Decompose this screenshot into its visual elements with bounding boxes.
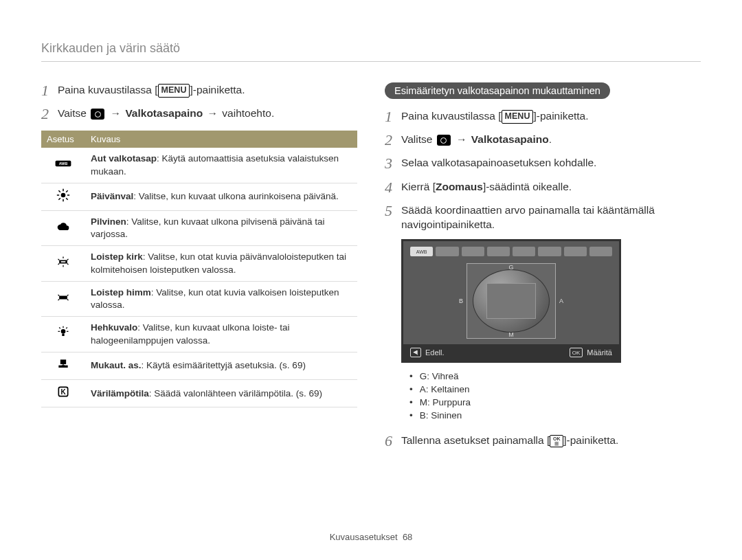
- row-title: Hehkuvalo: [91, 322, 137, 333]
- svg-rect-18: [61, 261, 66, 262]
- section-heading: Esimääritetyn valkotasapainon mukauttami…: [385, 82, 610, 99]
- axis-label-b: B: [459, 298, 463, 304]
- custom-icon: [54, 357, 73, 371]
- row-title: Värilämpötila: [91, 388, 149, 399]
- svg-line-30: [66, 327, 67, 328]
- svg-line-14: [58, 264, 60, 265]
- svg-line-12: [58, 259, 60, 260]
- row-desc: : Valitse, kun kuvaat ulkona aurinkoisen…: [133, 191, 338, 201]
- row-desc: : Säädä valonlähteen värilämpötila. (s. …: [149, 388, 322, 399]
- wb-adjust-box: G A M B: [466, 263, 556, 339]
- camera-icon: [437, 135, 451, 146]
- step-number: 2: [41, 106, 58, 122]
- menu-chip: MENU: [502, 110, 534, 124]
- svg-text:K: K: [60, 388, 66, 396]
- wb-chip: [513, 247, 535, 256]
- fluor-n-icon: [54, 291, 73, 304]
- svg-line-22: [58, 299, 60, 300]
- svg-line-13: [67, 259, 69, 260]
- wb-chip: [487, 247, 510, 256]
- row-title: Aut valkotasap: [91, 153, 157, 164]
- right-step-5: 5Säädä koordinaattien arvo painamalla ta…: [385, 203, 701, 232]
- row-title: Loistep kirk: [91, 251, 143, 262]
- table-row: Päivänval: Valitse, kun kuvaat ulkona au…: [41, 183, 357, 210]
- menu-chip: MENU: [158, 84, 190, 98]
- wb-chip: [462, 247, 484, 256]
- wb-icon-strip: AWB: [403, 241, 619, 260]
- camera-icon: [91, 109, 104, 120]
- sun-icon: [54, 188, 73, 202]
- ok-chip-icon: OK☰: [550, 435, 563, 447]
- svg-line-8: [66, 198, 68, 200]
- svg-marker-33: [62, 364, 65, 366]
- table-row: Hehkuvalo: Valitse, kun kuvaat ulkona lo…: [41, 317, 357, 352]
- axis-label-m: M: [508, 331, 514, 338]
- page-footer: Kuvausasetukset 68: [0, 532, 742, 542]
- svg-line-23: [67, 299, 69, 300]
- right-step-1: 1Paina kuvaustilassa [MENU]-painiketta.: [385, 109, 701, 125]
- table-row: Loistep kirk: Valitse, kun otat kuvia pä…: [41, 246, 357, 281]
- cloud-icon: [54, 220, 73, 234]
- row-desc: : Valitse, kun kuvaat ulkona pilvisenä p…: [91, 216, 324, 239]
- wb-chip: [436, 247, 458, 256]
- axis-label-a: A: [559, 298, 563, 304]
- left-step-2: 2 Vaitse → Valkotasapaino → vaihtoehto.: [41, 106, 357, 122]
- axis-label-g: G: [508, 264, 513, 271]
- step-number: 6: [385, 433, 401, 449]
- left-column: 1 Paina kuvaustilassa [MENU]-painiketta.…: [41, 82, 357, 456]
- awb-icon: AWB: [54, 157, 73, 170]
- fluor-w-icon: [54, 255, 73, 269]
- wb-chip: [564, 247, 587, 256]
- step-number: 4: [385, 179, 401, 196]
- wb-chip-awb: AWB: [410, 247, 433, 256]
- table-row: Mukaut. as.: Käytä esimääritettyjä asetu…: [41, 352, 357, 379]
- svg-line-29: [59, 327, 60, 328]
- legend-item: M: Purppura: [409, 396, 701, 409]
- left-step-1: 1 Paina kuvaustilassa [MENU]-painiketta.: [41, 82, 357, 99]
- step-number: 1: [41, 82, 58, 99]
- two-column-layout: 1 Paina kuvaustilassa [MENU]-painiketta.…: [41, 82, 701, 456]
- wb-chip: [538, 247, 561, 256]
- row-desc: : Käytä esimääritettyjä asetuksia. (s. 6…: [142, 360, 306, 370]
- svg-line-20: [58, 294, 60, 295]
- table-row: Pilvinen: Valitse, kun kuvaat ulkona pil…: [41, 211, 357, 246]
- svg-point-24: [61, 329, 66, 334]
- right-step-2: 2Valitse → Valkotasapaino.: [385, 132, 701, 148]
- right-column: Esimääritetyn valkotasapainon mukauttami…: [385, 82, 701, 456]
- right-step-4: 4Kierrä [Zoomaus]-säädintä oikealle.: [385, 179, 701, 196]
- svg-line-21: [67, 294, 69, 295]
- color-legend: G: Vihreä A: Keltainen M: Purppura B: Si…: [409, 370, 701, 422]
- svg-rect-31: [60, 359, 66, 364]
- table-header-desc: Kuvaus: [85, 131, 357, 148]
- camera-lcd-illustration: AWB G A M B: [401, 239, 621, 363]
- legend-item: A: Keltainen: [409, 383, 701, 396]
- svg-line-9: [58, 198, 60, 200]
- svg-text:AWB: AWB: [59, 161, 68, 166]
- svg-rect-19: [59, 295, 67, 299]
- step-number: 3: [385, 155, 401, 172]
- row-title: Pilvinen: [91, 216, 126, 227]
- svg-line-10: [66, 190, 68, 192]
- legend-item: B: Sininen: [409, 409, 701, 422]
- svg-rect-25: [62, 334, 64, 336]
- manual-page: Kirkkauden ja värin säätö 1 Paina kuvaus…: [0, 0, 742, 560]
- svg-line-7: [58, 190, 60, 192]
- right-step-3: 3Selaa valkotasapainoasetuksen kohdalle.: [385, 155, 701, 172]
- page-title: Kirkkauden ja värin säätö: [41, 41, 701, 62]
- svg-point-2: [61, 192, 66, 197]
- right-step-6: 6 Tallenna asetukset painamalla [OK☰]-pa…: [385, 433, 701, 449]
- back-hint: ⯇ Edell.: [410, 348, 445, 357]
- tungsten-icon: [54, 326, 73, 339]
- svg-line-15: [67, 264, 69, 265]
- white-balance-table: Asetus Kuvaus AWBAut valkotasap: Käytä a…: [41, 131, 357, 407]
- step-number: 1: [385, 109, 401, 125]
- legend-item: G: Vihreä: [409, 370, 701, 383]
- row-title: Loistep himm: [91, 287, 151, 298]
- row-title: Mukaut. as.: [91, 360, 142, 370]
- step-number: 2: [385, 132, 401, 148]
- set-hint: OK Määritä: [570, 348, 612, 357]
- table-row: Loistep himm: Valitse, kun otat kuvia va…: [41, 281, 357, 316]
- back-key-icon: ⯇: [410, 348, 421, 357]
- ok-key-icon: OK: [570, 348, 583, 357]
- kelvin-icon: K: [54, 385, 73, 399]
